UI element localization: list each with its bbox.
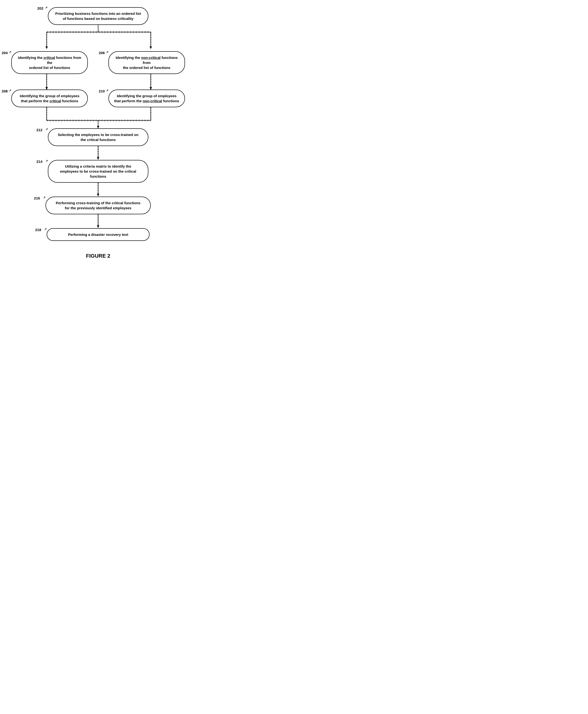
node-204-text: Identifying the critical functions from … (18, 56, 81, 70)
connector-204-208-206-210 (5, 74, 191, 91)
connector-202-split (5, 25, 191, 54)
svg-marker-31 (97, 225, 99, 228)
node-202: 202 ↗ Prioritizing business functions in… (48, 7, 148, 25)
node-212-number: 212 (36, 127, 42, 132)
node-210-number: 210 (99, 88, 105, 94)
node-216-arrow-icon: ↗ (43, 196, 45, 200)
connector-merge-212 (5, 107, 191, 129)
node-212-arrow-icon: ↗ (45, 127, 48, 131)
node-214: 214 ↗ Utilizing a criteria matrix to ide… (48, 160, 148, 183)
node-210: 210 ↗ Identifying the group of employees… (108, 89, 185, 107)
node-204: 204 ↗ Identifying the critical functions… (11, 51, 88, 74)
node-208: 208 ↗ Identifying the group of employees… (11, 89, 88, 107)
node-204-arrow-icon: ↗ (9, 50, 11, 54)
node-204-number: 204 (2, 50, 8, 55)
svg-marker-11 (45, 87, 48, 89)
node-216-text: Performing cross-training of the critica… (56, 201, 140, 210)
node-218-number: 218 (35, 227, 41, 232)
node-202-text: Prioritizing business functions into an … (55, 12, 141, 21)
svg-marker-14 (150, 87, 152, 89)
node-210-text: Identifying the group of employeesthat p… (114, 94, 179, 103)
node-214-text: Utilizing a criteria matrix to identify … (60, 164, 136, 178)
connector-212-214 (5, 146, 191, 160)
node-206-arrow-icon: ↗ (106, 50, 108, 54)
node-206-number: 206 (99, 50, 105, 55)
node-206: 206 ↗ Identifying the non-critical funct… (108, 51, 185, 74)
node-218-arrow-icon: ↗ (44, 227, 47, 231)
flowchart: 202 ↗ Prioritizing business functions in… (5, 5, 191, 259)
node-208-text: Identifying the group of employeesthat p… (20, 94, 80, 103)
node-216-number: 216 (34, 196, 40, 201)
svg-marker-22 (97, 126, 99, 128)
node-216: 216 ↗ Performing cross-training of the c… (45, 197, 151, 214)
svg-marker-25 (97, 157, 99, 160)
node-214-number: 214 (36, 159, 42, 164)
node-210-arrow-icon: ↗ (106, 88, 108, 93)
node-212: 212 ↗ Selecting the employees to be cros… (48, 128, 148, 146)
node-202-label: 202 (37, 6, 43, 11)
node-208-arrow-icon: ↗ (9, 88, 11, 93)
figure-label: FIGURE 2 (86, 253, 110, 259)
node-202-arrow: ↗ (45, 6, 47, 10)
svg-marker-28 (97, 194, 99, 196)
node-218-text: Performing a disaster recovery test (68, 232, 128, 237)
node-206-text: Identifying the non-critical functions f… (115, 56, 177, 70)
connector-214-216 (5, 183, 191, 197)
connector-216-218 (5, 214, 191, 229)
node-212-text: Selecting the employees to be cross-trai… (58, 132, 139, 142)
node-218: 218 ↗ Performing a disaster recovery tes… (47, 228, 150, 241)
node-214-arrow-icon: ↗ (45, 159, 48, 163)
node-208-number: 208 (2, 88, 8, 94)
